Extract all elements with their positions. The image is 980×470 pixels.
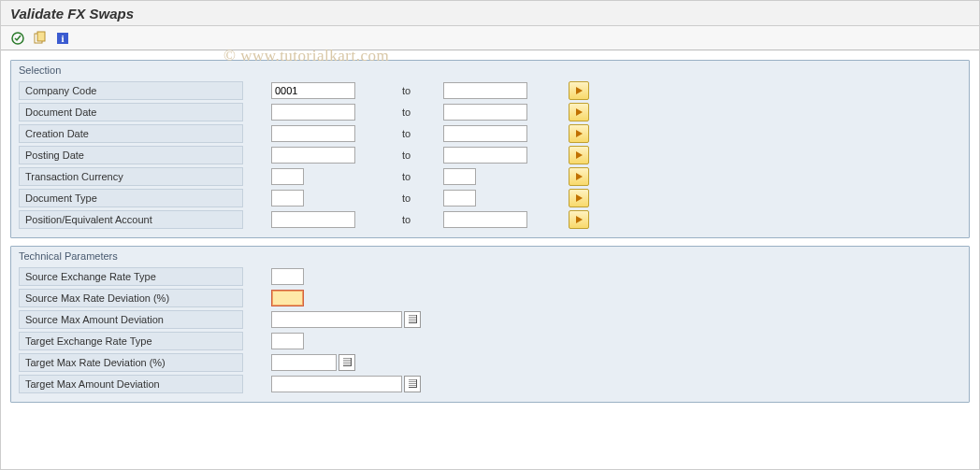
tech-row: Target Exchange Rate Type	[19, 330, 961, 351]
to-label: to	[402, 192, 430, 204]
selection-row: Company Codeto	[19, 79, 961, 101]
search-help-icon[interactable]	[404, 376, 421, 392]
tech-input[interactable]	[271, 333, 304, 349]
field-label: Posting Date	[19, 146, 243, 164]
from-input[interactable]	[271, 125, 355, 142]
field-label: Position/Equivalent Account	[19, 210, 243, 229]
field-label: Source Max Rate Deviation (%)	[19, 289, 243, 307]
to-input[interactable]	[443, 168, 476, 185]
from-input[interactable]	[271, 104, 355, 121]
field-label: Transaction Currency	[19, 167, 243, 186]
from-input[interactable]	[271, 147, 355, 164]
page-title: Validate FX Swaps	[10, 6, 134, 21]
selection-group-title: Selection	[11, 61, 969, 78]
to-label: to	[402, 150, 430, 161]
svg-text:i: i	[61, 33, 64, 44]
selection-row: Position/Equivalent Accountto	[19, 208, 961, 230]
selection-row: Document Typeto	[19, 187, 961, 208]
tech-input[interactable]	[271, 354, 337, 371]
selection-row: Transaction Currencyto	[19, 165, 961, 187]
to-label: to	[402, 214, 430, 225]
to-label: to	[402, 107, 430, 118]
from-input[interactable]	[271, 190, 304, 207]
tech-group-title: Technical Parameters	[11, 247, 969, 263]
field-label: Source Max Amount Deviation	[19, 310, 243, 329]
tech-row: Target Max Amount Deviation	[19, 373, 961, 394]
tech-input[interactable]	[271, 311, 402, 328]
tech-input[interactable]	[271, 290, 304, 306]
to-input[interactable]	[443, 211, 527, 228]
field-label: Document Type	[19, 189, 243, 207]
to-input[interactable]	[443, 104, 527, 121]
multiple-selection-button[interactable]	[569, 81, 589, 100]
tech-group: Technical Parameters Source Exchange Rat…	[10, 246, 970, 403]
to-label: to	[402, 128, 430, 139]
svg-rect-2	[37, 32, 45, 41]
tech-input[interactable]	[271, 376, 402, 392]
info-icon[interactable]: i	[53, 29, 72, 48]
selection-row: Creation Dateto	[19, 122, 961, 144]
tech-row: Source Max Amount Deviation	[19, 308, 961, 330]
to-input[interactable]	[443, 82, 527, 99]
field-label: Target Max Rate Deviation (%)	[19, 353, 243, 372]
search-help-icon[interactable]	[339, 354, 355, 371]
selection-row: Posting Dateto	[19, 144, 961, 165]
field-label: Creation Date	[19, 124, 243, 143]
field-label: Company Code	[19, 81, 243, 100]
multiple-selection-button[interactable]	[569, 124, 589, 143]
execute-icon[interactable]	[8, 29, 27, 48]
toolbar: i	[1, 26, 979, 50]
field-label: Target Max Amount Deviation	[19, 375, 243, 393]
window-title-bar: Validate FX Swaps	[1, 1, 979, 26]
to-label: to	[402, 85, 430, 96]
from-input[interactable]	[271, 211, 355, 228]
tech-input[interactable]	[271, 268, 304, 285]
tech-row: Source Exchange Rate Type	[19, 265, 961, 287]
multiple-selection-button[interactable]	[569, 146, 589, 164]
field-label: Source Exchange Rate Type	[19, 267, 243, 286]
multiple-selection-button[interactable]	[569, 167, 589, 186]
tech-row: Source Max Rate Deviation (%)	[19, 287, 961, 308]
selection-row: Document Dateto	[19, 101, 961, 122]
multiple-selection-button[interactable]	[569, 210, 589, 229]
tech-row: Target Max Rate Deviation (%)	[19, 351, 961, 373]
field-label: Target Exchange Rate Type	[19, 332, 243, 350]
search-help-icon[interactable]	[404, 311, 421, 328]
from-input[interactable]	[271, 82, 355, 99]
variant-icon[interactable]	[31, 29, 50, 48]
to-label: to	[402, 171, 430, 182]
from-input[interactable]	[271, 168, 304, 185]
to-input[interactable]	[443, 190, 476, 207]
multiple-selection-button[interactable]	[569, 189, 589, 207]
selection-group: Selection Company CodetoDocument DatetoC…	[10, 60, 970, 238]
to-input[interactable]	[443, 125, 527, 142]
field-label: Document Date	[19, 103, 243, 121]
multiple-selection-button[interactable]	[569, 103, 589, 121]
content-area: © www.tutorialkart.com Selection Company…	[1, 50, 979, 420]
to-input[interactable]	[443, 147, 527, 164]
